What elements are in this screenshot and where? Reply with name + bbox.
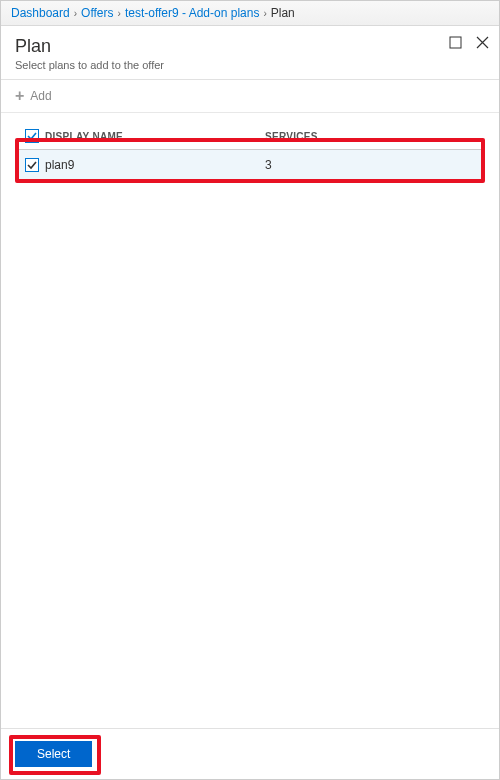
- chevron-right-icon: ›: [118, 8, 121, 19]
- row-checkbox[interactable]: [25, 158, 39, 172]
- svg-rect-0: [450, 37, 461, 48]
- page-subtitle: Select plans to add to the offer: [15, 59, 485, 71]
- row-services: 3: [265, 158, 481, 172]
- close-icon[interactable]: [476, 36, 489, 52]
- chevron-right-icon: ›: [74, 8, 77, 19]
- chevron-right-icon: ›: [263, 8, 266, 19]
- add-label: Add: [30, 89, 51, 103]
- column-header-services[interactable]: SERVICES: [265, 131, 481, 142]
- select-all-checkbox[interactable]: [25, 129, 39, 143]
- breadcrumb-link-offers[interactable]: Offers: [81, 6, 113, 20]
- breadcrumb-current: Plan: [271, 6, 295, 20]
- footer: Select: [1, 728, 499, 779]
- column-header-name[interactable]: DISPLAY NAME: [45, 131, 265, 142]
- plus-icon: +: [15, 88, 24, 104]
- breadcrumb: Dashboard › Offers › test-offer9 - Add-o…: [1, 1, 499, 26]
- table-row[interactable]: plan9 3: [15, 150, 485, 181]
- blade-header: Plan Select plans to add to the offer: [1, 26, 499, 80]
- page-title: Plan: [15, 36, 485, 57]
- breadcrumb-link-dashboard[interactable]: Dashboard: [11, 6, 70, 20]
- add-button[interactable]: + Add: [1, 80, 499, 113]
- maximize-icon[interactable]: [449, 36, 462, 52]
- select-button[interactable]: Select: [15, 741, 92, 767]
- breadcrumb-link-offer-detail[interactable]: test-offer9 - Add-on plans: [125, 6, 260, 20]
- plans-table: DISPLAY NAME SERVICES plan9 3: [1, 113, 499, 181]
- row-name: plan9: [45, 158, 265, 172]
- table-header: DISPLAY NAME SERVICES: [15, 123, 485, 150]
